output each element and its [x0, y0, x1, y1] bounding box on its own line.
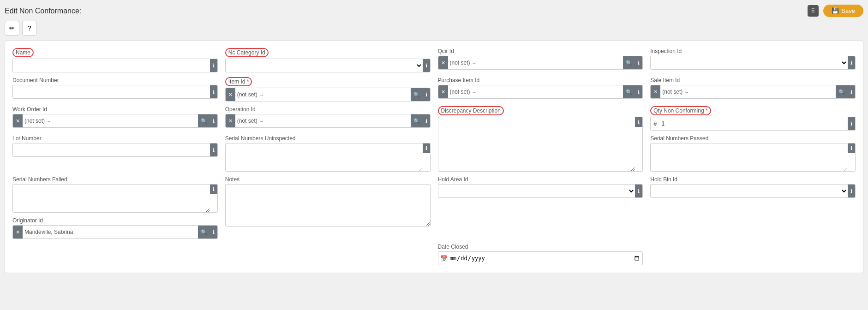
purchase-item-id-not-set: (not set) → — [448, 89, 623, 95]
lot-number-input[interactable] — [13, 143, 210, 156]
save-button[interactable]: 💾 Save — [823, 5, 863, 17]
serial-numbers-uninspected-textarea-wrapper: ℹ — [225, 143, 431, 172]
page-title: Edit Non Conformance: — [5, 7, 81, 15]
purchase-item-id-clear-button[interactable]: ✕ — [438, 85, 448, 98]
serial-numbers-uninspected-field-group: Serial Numbers Uninspected ℹ — [225, 135, 431, 172]
purchase-item-id-label: Purchase Item Id — [438, 77, 643, 83]
sale-item-id-input-wrapper: ✕ (not set) → 🔍 ℹ — [650, 85, 856, 99]
operation-id-not-set: (not set) → — [235, 118, 411, 124]
sale-item-id-search-button[interactable]: 🔍 — [836, 85, 848, 98]
operation-id-input-wrapper: ✕ (not set) → 🔍 ℹ — [225, 114, 431, 128]
qcir-id-clear-button[interactable]: ✕ — [438, 56, 448, 69]
hold-bin-id-select[interactable] — [651, 185, 848, 197]
hold-area-id-field-group: Hold Area Id ℹ — [438, 176, 643, 213]
name-info-button[interactable]: ℹ — [210, 59, 217, 72]
notes-textarea-wrapper — [225, 184, 431, 227]
hold-bin-id-field-group: Hold Bin Id ℹ — [650, 176, 856, 213]
serial-numbers-uninspected-textarea[interactable] — [226, 143, 423, 171]
hold-area-id-info-button[interactable]: ℹ — [635, 185, 642, 197]
serial-numbers-uninspected-info-button[interactable]: ℹ — [423, 143, 430, 153]
name-input[interactable] — [13, 59, 210, 72]
item-id-info-button[interactable]: ℹ — [423, 88, 430, 101]
inspection-id-select[interactable] — [651, 56, 848, 69]
discrepancy-description-info-button[interactable]: ℹ — [635, 117, 642, 127]
originator-id-search-button[interactable]: 🔍 — [198, 226, 210, 238]
document-number-info-button[interactable]: ℹ — [210, 85, 217, 98]
notes-field-group: Notes — [225, 176, 431, 239]
purchase-item-id-info-button[interactable]: ℹ — [635, 85, 642, 98]
purchase-item-id-search-button[interactable]: 🔍 — [623, 85, 635, 98]
hold-bin-id-info-button[interactable]: ℹ — [848, 185, 855, 197]
name-field-group: Name ℹ — [12, 48, 218, 72]
grid-menu-button[interactable]: ⠿ — [808, 5, 819, 17]
qcir-id-not-set: (not set) → — [448, 60, 623, 66]
help-icon: ? — [28, 24, 31, 32]
sale-item-id-field-group: Sale Item Id ✕ (not set) → 🔍 ℹ — [650, 77, 856, 101]
hold-bin-id-input-wrapper: ℹ — [650, 184, 856, 198]
edit-button[interactable]: ✏ — [5, 21, 19, 36]
purchase-item-id-input-wrapper: ✕ (not set) → 🔍 ℹ — [438, 85, 643, 99]
work-order-id-not-set: (not set) → — [23, 118, 198, 124]
toolbar: ✏ ? — [5, 21, 863, 36]
operation-id-info-button[interactable]: ℹ — [423, 114, 430, 127]
inspection-id-field-group: Inspection Id ℹ — [650, 48, 856, 72]
inspection-id-input-wrapper: ℹ — [650, 56, 856, 70]
date-closed-input[interactable] — [449, 255, 641, 262]
work-order-id-search-button[interactable]: 🔍 — [198, 114, 210, 127]
date-closed-field-group: Date Closed 📅 — [438, 244, 643, 265]
work-order-id-field-group: Work Order Id ✕ (not set) → 🔍 ℹ — [12, 106, 218, 131]
edit-icon: ✏ — [9, 24, 15, 32]
purchase-item-id-field-group: Purchase Item Id ✕ (not set) → 🔍 ℹ — [438, 77, 643, 101]
nc-category-id-field-group: Nc Category Id ℹ — [225, 48, 431, 72]
originator-id-info-button[interactable]: ℹ — [210, 226, 217, 238]
qty-non-conforming-input[interactable] — [659, 117, 848, 130]
serial-numbers-failed-info-button[interactable]: ℹ — [210, 185, 217, 194]
work-order-id-info-button[interactable]: ℹ — [210, 114, 217, 127]
notes-textarea[interactable] — [226, 185, 430, 226]
originator-id-field-group: Originator Id ✕ Mandeville, Sabrina 🔍 ℹ — [12, 217, 218, 239]
serial-numbers-passed-textarea-wrapper: ℹ — [650, 143, 856, 172]
serial-numbers-passed-label: Serial Numbers Passed — [650, 135, 856, 142]
serial-numbers-passed-textarea[interactable] — [651, 143, 848, 171]
operation-id-clear-button[interactable]: ✕ — [226, 114, 235, 127]
item-id-search-button[interactable]: 🔍 — [411, 88, 423, 101]
page-container: Edit Non Conformance: ⠿ 💾 Save ✏ ? Name — [0, 0, 868, 310]
qty-non-conforming-info-button[interactable]: ℹ — [848, 117, 855, 130]
sale-item-id-info-button[interactable]: ℹ — [848, 85, 855, 98]
operation-id-search-button[interactable]: 🔍 — [411, 114, 423, 127]
work-order-id-clear-button[interactable]: ✕ — [13, 114, 23, 127]
lot-number-input-wrapper: ℹ — [12, 143, 218, 157]
help-button[interactable]: ? — [22, 21, 37, 36]
nc-category-id-info-button[interactable]: ℹ — [423, 59, 430, 72]
originator-id-clear-button[interactable]: ✕ — [13, 226, 23, 238]
nc-category-id-input-wrapper: ℹ — [225, 59, 431, 72]
qcir-id-info-button[interactable]: ℹ — [635, 56, 642, 69]
discrepancy-description-textarea-wrapper: ℹ — [438, 117, 643, 172]
qcir-id-label: Qcir Id — [438, 48, 643, 54]
originator-id-input-wrapper: ✕ Mandeville, Sabrina 🔍 ℹ — [12, 225, 218, 239]
inspection-id-info-button[interactable]: ℹ — [848, 56, 855, 69]
qcir-id-search-button[interactable]: 🔍 — [623, 56, 635, 69]
serial-numbers-failed-textarea[interactable] — [13, 185, 210, 212]
document-number-label: Document Number — [12, 77, 218, 83]
sale-item-id-label: Sale Item Id — [650, 77, 856, 83]
hold-area-id-input-wrapper: ℹ — [438, 184, 643, 198]
sale-item-id-clear-button[interactable]: ✕ — [651, 85, 660, 98]
hold-bin-id-label: Hold Bin Id — [650, 176, 856, 183]
item-id-clear-button[interactable]: ✕ — [226, 88, 235, 101]
qcir-id-field-group: Qcir Id ✕ (not set) → 🔍 ℹ — [438, 48, 643, 72]
hold-area-id-select[interactable] — [438, 185, 635, 197]
lot-number-info-button[interactable]: ℹ — [210, 143, 217, 156]
name-label-text: Name — [12, 48, 34, 57]
serial-numbers-passed-field-group: Serial Numbers Passed ℹ — [650, 135, 856, 172]
qty-non-conforming-input-wrapper: # ℹ — [650, 117, 856, 131]
document-number-input-wrapper: ℹ — [12, 85, 218, 99]
notes-label: Notes — [225, 176, 431, 183]
discrepancy-description-label-text: Discrepancy Description — [438, 106, 504, 115]
discrepancy-description-textarea[interactable] — [438, 117, 635, 171]
discrepancy-description-label: Discrepancy Description — [438, 106, 643, 115]
lot-number-label: Lot Number — [12, 135, 218, 142]
document-number-input[interactable] — [13, 85, 210, 98]
nc-category-id-select[interactable] — [226, 59, 423, 72]
serial-numbers-passed-info-button[interactable]: ℹ — [848, 143, 855, 153]
